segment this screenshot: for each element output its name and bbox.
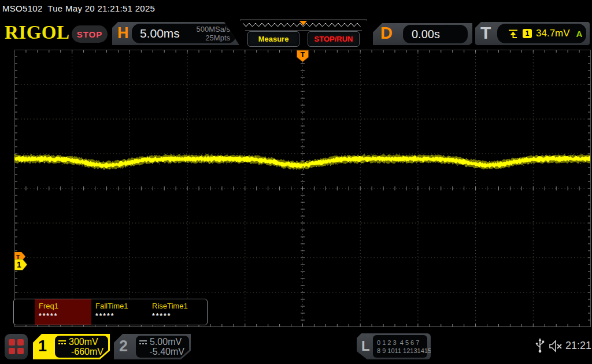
- horizontal-label: H: [117, 24, 129, 42]
- horizontal-settings-block[interactable]: H 5.00ms 500MSa/s 25Mpts: [112, 22, 242, 45]
- edge-trigger-icon: [508, 29, 519, 39]
- menu-grid-icon: [9, 339, 24, 354]
- trigger-block[interactable]: T 1 34.7mV A: [475, 22, 590, 45]
- channel-1-settings: 300mV -660mV: [55, 336, 108, 358]
- channel-1-number: 1: [38, 337, 47, 355]
- logic-analyzer-label: L: [361, 338, 370, 354]
- waveform-display: TT1: [14, 50, 591, 327]
- usb-icon: [535, 337, 545, 354]
- measurement-value: *****: [39, 312, 91, 320]
- trigger-values-panel: 1 34.7mV A: [497, 24, 586, 43]
- rigol-logo: RIGOL: [5, 22, 70, 43]
- channel-2-badge[interactable]: 2 5.00mV -5.40mV: [114, 334, 191, 359]
- sample-rate: 500MSa/s: [196, 25, 230, 34]
- measurement-value: *****: [152, 312, 205, 320]
- graticule-svg: TT1: [14, 50, 591, 327]
- delay-value[interactable]: 0.00s: [412, 28, 440, 41]
- channel-1-scale: 300mV: [69, 337, 98, 347]
- measurement-panel-spacer: [14, 299, 35, 325]
- measurement-item-falltime1[interactable]: FallTime1 *****: [91, 299, 148, 325]
- channel-1-badge[interactable]: 1 300mV -660mV: [33, 334, 110, 359]
- digital-channels-row1: 0 1 2 3 4 5 6 7: [377, 339, 427, 347]
- delay-value-panel: 0.00s: [403, 25, 468, 43]
- memory-depth: 25Mpts: [196, 34, 230, 42]
- svg-text:1: 1: [17, 260, 21, 269]
- channel-2-offset: -5.40mV: [139, 347, 186, 357]
- delay-block[interactable]: D 0.00s: [373, 23, 472, 45]
- datetime-label: Tue May 20 21:21:51 2025: [47, 3, 155, 13]
- measurement-value: *****: [95, 312, 148, 320]
- trigger-position-marker[interactable]: T: [297, 50, 309, 62]
- clock-label: 21:21: [565, 340, 591, 352]
- sample-rate-memdepth: 500MSa/s 25Mpts: [196, 25, 230, 42]
- svg-text:T: T: [301, 50, 305, 59]
- run-state-badge: STOP: [72, 25, 108, 43]
- model-and-datetime: MSO5102 Tue May 20 21:21:51 2025: [2, 3, 155, 13]
- run-state-label: STOP: [77, 29, 103, 39]
- dc-coupling-icon: [58, 340, 66, 345]
- digital-channels-row2: 8 9 1011 12131415: [377, 347, 427, 355]
- digital-channel-list: 0 1 2 3 4 5 6 7 8 9 1011 12131415: [373, 335, 427, 358]
- model-name: MSO5102: [2, 3, 43, 13]
- trigger-source-badge[interactable]: 1: [523, 29, 532, 38]
- waveform-overview-strip[interactable]: [240, 20, 367, 31]
- channel-2-settings: 5.00mV -5.40mV: [136, 336, 189, 358]
- trigger-label: T: [480, 23, 491, 43]
- trigger-mode: A: [576, 29, 583, 39]
- measurement-results-panel: Freq1 ***** FallTime1 ***** RiseTime1 **…: [13, 299, 208, 325]
- channel-1-ground-marker[interactable]: 1: [14, 259, 27, 270]
- speaker-muted-icon[interactable]: [548, 340, 563, 352]
- oscilloscope-screen: MSO5102 Tue May 20 21:21:51 2025 RIGOL S…: [0, 0, 592, 364]
- measurement-label: Freq1: [39, 302, 91, 310]
- measurement-item-freq1[interactable]: Freq1 *****: [35, 299, 91, 325]
- stop-run-button[interactable]: STOP/RUN: [308, 31, 360, 47]
- channel-2-scale: 5.00mV: [150, 337, 182, 347]
- measure-button-label: Measure: [258, 35, 289, 43]
- trigger-level-value[interactable]: 34.7mV: [536, 28, 570, 39]
- measurement-label: FallTime1: [95, 302, 148, 310]
- channel-2-number: 2: [119, 337, 128, 355]
- logic-analyzer-badge[interactable]: L 0 1 2 3 4 5 6 7 8 9 1011 12131415: [357, 333, 431, 359]
- horizontal-values: 5.00ms 500MSa/s 25Mpts: [132, 24, 236, 43]
- dc-coupling-icon: [139, 340, 147, 345]
- measure-button[interactable]: Measure: [247, 31, 299, 47]
- stop-run-button-label: STOP/RUN: [314, 35, 353, 43]
- timebase-value[interactable]: 5.00ms: [140, 27, 180, 40]
- measurement-label: RiseTime1: [152, 302, 205, 310]
- delay-label: D: [380, 24, 393, 43]
- measurement-item-risetime1[interactable]: RiseTime1 *****: [148, 299, 205, 325]
- overview-zigzag: [240, 20, 365, 29]
- channel-1-offset: -660mV: [58, 347, 105, 357]
- menu-button[interactable]: [5, 334, 28, 359]
